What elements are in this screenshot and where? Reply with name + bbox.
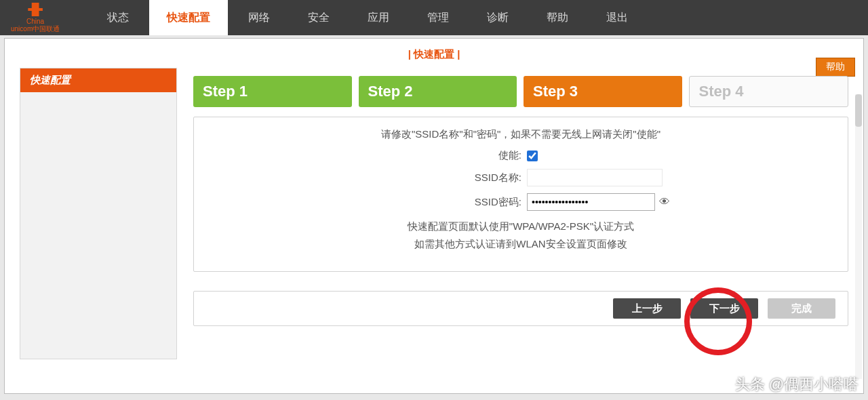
button-panel: 上一步 下一步 完成 (193, 291, 848, 326)
nav-security[interactable]: 安全 (290, 0, 347, 35)
prev-button[interactable]: 上一步 (613, 298, 681, 319)
form-instruction: 请修改"SSID名称"和"密码"，如果不需要无线上网请关闭"使能" (202, 128, 840, 141)
scrollbar-track[interactable] (855, 94, 862, 379)
nav-status[interactable]: 状态 (90, 0, 146, 35)
unicom-logo-icon (23, 3, 47, 16)
sidebar: 快速配置 (20, 68, 177, 359)
nav-management[interactable]: 管理 (410, 0, 467, 35)
nav-network[interactable]: 网络 (231, 0, 288, 35)
watermark: 头条 @偶西小嗒嗒 (735, 374, 859, 395)
nav-diagnostics[interactable]: 诊断 (469, 0, 526, 35)
row-enable: 使能: (202, 149, 840, 162)
enable-checkbox[interactable] (527, 151, 538, 161)
finish-button[interactable]: 完成 (768, 298, 835, 319)
auth-hint: 快速配置页面默认使用"WPA/WPA2-PSK"认证方式 如需其他方式认证请到W… (202, 218, 840, 252)
brand-line2: unicom中国联通 (11, 25, 60, 33)
step-4: Step 4 (689, 76, 849, 107)
row-ssid-name: SSID名称: (202, 169, 840, 186)
nav-application[interactable]: 应用 (350, 0, 407, 35)
page-body: | 快速配置 | 帮助 快速配置 Step 1 Step 2 Step 3 St… (4, 38, 864, 394)
breadcrumb: | 快速配置 | (408, 48, 460, 60)
wifi-form-panel: 请修改"SSID名称"和"密码"，如果不需要无线上网请关闭"使能" 使能: SS… (193, 117, 848, 272)
content-row: 快速配置 Step 1 Step 2 Step 3 Step 4 请修改"SSI… (5, 68, 863, 359)
brand-logo: China unicom中国联通 (11, 3, 60, 33)
hint-line2: 如需其他方式认证请到WLAN安全设置页面修改 (202, 235, 840, 253)
ssid-password-input[interactable] (527, 193, 655, 211)
step-3: Step 3 (524, 76, 682, 107)
brand-line1: China (26, 18, 44, 25)
hint-line1: 快速配置页面默认使用"WPA/WPA2-PSK"认证方式 (202, 218, 840, 235)
ssid-name-input[interactable] (527, 169, 663, 186)
breadcrumb-row: | 快速配置 | 帮助 (5, 39, 863, 68)
scrollbar-thumb[interactable] (855, 94, 862, 127)
step-wizard: Step 1 Step 2 Step 3 Step 4 (193, 76, 848, 107)
sidebar-item-quick-setup[interactable]: 快速配置 (20, 68, 176, 92)
row-ssid-password: SSID密码: 👁 (202, 193, 840, 211)
main-panel: Step 1 Step 2 Step 3 Step 4 请修改"SSID名称"和… (193, 68, 848, 359)
ssid-name-label: SSID名称: (372, 172, 521, 184)
nav-logout[interactable]: 退出 (589, 0, 646, 35)
nav-quick-setup[interactable]: 快速配置 (149, 0, 228, 35)
nav-help[interactable]: 帮助 (529, 0, 586, 35)
next-button[interactable]: 下一步 (690, 298, 758, 319)
step-1: Step 1 (193, 76, 352, 107)
step-2: Step 2 (359, 76, 517, 107)
ssid-pwd-label: SSID密码: (372, 196, 521, 209)
enable-label: 使能: (372, 149, 521, 162)
eye-icon[interactable]: 👁 (659, 196, 670, 208)
top-navigation: China unicom中国联通 状态 快速配置 网络 安全 应用 管理 诊断 … (0, 0, 868, 35)
